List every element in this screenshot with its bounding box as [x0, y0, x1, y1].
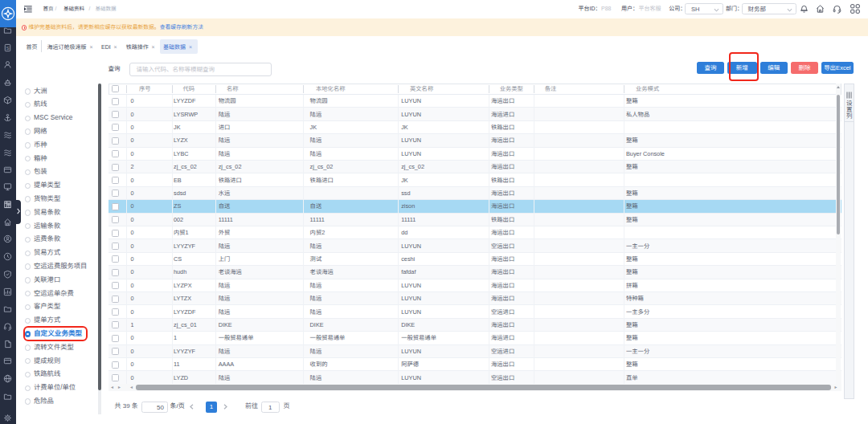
svg-text:S: S [6, 45, 10, 50]
